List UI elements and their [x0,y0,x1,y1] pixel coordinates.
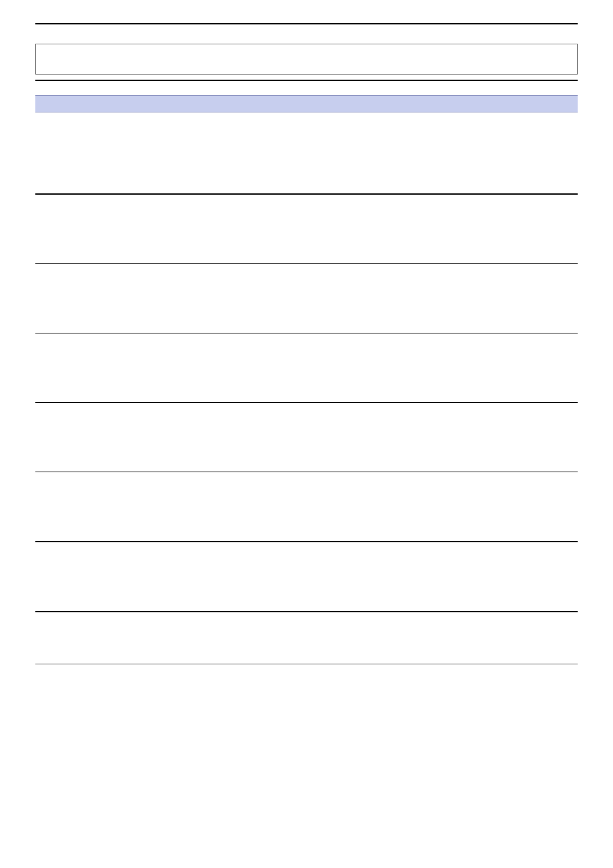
section-body [35,612,578,664]
section [35,541,578,611]
section-body [35,333,578,402]
section-body [35,195,578,263]
section-body [35,112,578,193]
section-body [35,542,578,611]
bottom-rule [35,664,578,664]
section [35,263,578,333]
section-body [35,403,578,472]
spacer [35,24,578,44]
section [35,472,578,541]
section-body [35,472,578,541]
highlight-bar [35,95,578,112]
spacer [35,75,578,80]
section [35,193,578,263]
section-body [35,264,578,333]
page-content [35,23,578,664]
section [35,333,578,402]
section [35,402,578,472]
section [35,611,578,664]
spacer [35,81,578,95]
section [35,112,578,193]
outlined-box [35,44,578,75]
